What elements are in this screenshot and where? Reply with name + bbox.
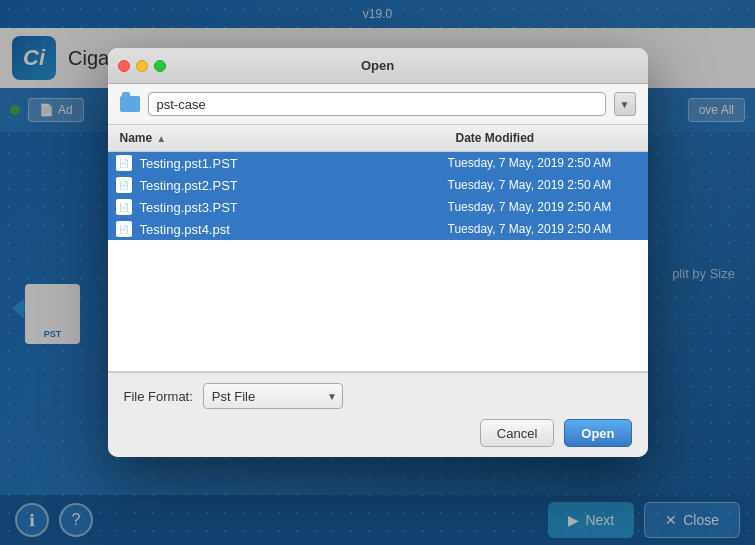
file-name: Testing.pst2.PST [140,178,448,193]
file-format-select-wrapper: Pst File ▼ [203,383,343,409]
dialog-titlebar: Open [108,48,648,84]
file-date: Tuesday, 7 May, 2019 2:50 AM [448,200,648,214]
column-name: Name ▲ [108,129,448,147]
file-row[interactable]: 📄 Testing.pst4.pst Tuesday, 7 May, 2019 … [108,218,648,240]
file-icon: 📄 [116,177,132,193]
file-name: Testing.pst1.PST [140,156,448,171]
file-row[interactable]: 📄 Testing.pst2.PST Tuesday, 7 May, 2019 … [108,174,648,196]
file-date: Tuesday, 7 May, 2019 2:50 AM [448,156,648,170]
file-icon: 📄 [116,199,132,215]
file-format-row: File Format: Pst File ▼ [124,383,632,409]
file-format-label: File Format: [124,389,193,404]
dialog-title: Open [361,58,394,73]
chevron-down-icon: ▼ [620,99,630,110]
file-date: Tuesday, 7 May, 2019 2:50 AM [448,178,648,192]
file-row[interactable]: 📄 Testing.pst3.PST Tuesday, 7 May, 2019 … [108,196,648,218]
minimize-traffic-light[interactable] [136,60,148,72]
file-row[interactable]: 📄 Testing.pst1.PST Tuesday, 7 May, 2019 … [108,152,648,174]
close-traffic-light[interactable] [118,60,130,72]
file-format-select[interactable]: Pst File [203,383,343,409]
file-list-container: Name ▲ Date Modified 📄 Testing.pst1.PST … [108,125,648,373]
folder-path-input[interactable] [148,92,606,116]
dialog-bottom: File Format: Pst File ▼ Cancel Open [108,373,648,457]
dialog-buttons: Cancel Open [124,419,632,447]
file-list: 📄 Testing.pst1.PST Tuesday, 7 May, 2019 … [108,152,648,272]
file-icon: 📄 [116,155,132,171]
maximize-traffic-light[interactable] [154,60,166,72]
cancel-button[interactable]: Cancel [480,419,554,447]
file-list-header: Name ▲ Date Modified [108,125,648,152]
folder-dropdown-button[interactable]: ▼ [614,92,636,116]
sort-arrow-icon: ▲ [156,133,166,144]
folder-bar: ▼ [108,84,648,125]
app-window: v19.0 Ci Cigati Mac Split PST Tool 📄 Ad … [0,0,755,545]
column-date: Date Modified [448,129,648,147]
open-button[interactable]: Open [564,419,631,447]
file-name: Testing.pst3.PST [140,200,448,215]
file-icon: 📄 [116,221,132,237]
file-name: Testing.pst4.pst [140,222,448,237]
traffic-lights [118,60,166,72]
file-date: Tuesday, 7 May, 2019 2:50 AM [448,222,648,236]
file-list-empty-area [108,272,648,372]
modal-overlay: Open ▼ Name ▲ Date Modified [0,0,755,545]
open-dialog: Open ▼ Name ▲ Date Modified [108,48,648,457]
folder-icon [120,96,140,112]
